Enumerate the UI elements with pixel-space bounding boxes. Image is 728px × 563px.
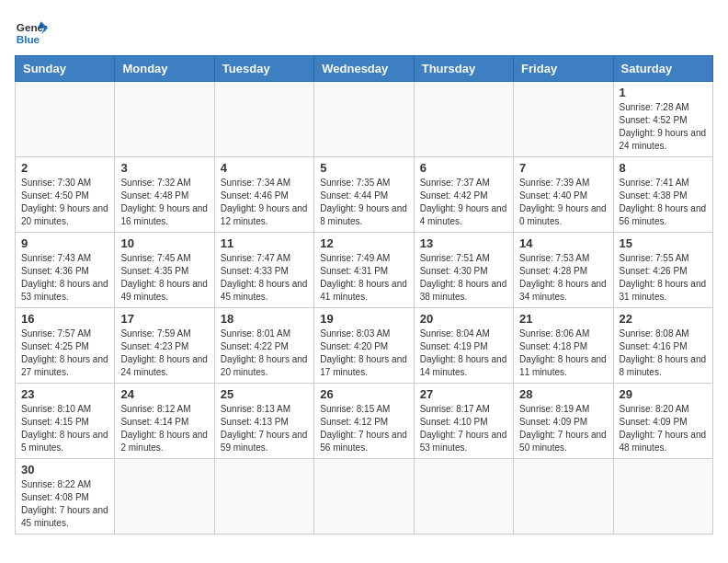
day-info: Sunrise: 8:15 AM Sunset: 4:12 PM Dayligh… (320, 403, 407, 454)
calendar-cell: 21Sunrise: 8:06 AM Sunset: 4:18 PM Dayli… (514, 308, 613, 384)
calendar-cell: 14Sunrise: 7:53 AM Sunset: 4:28 PM Dayli… (514, 233, 613, 308)
calendar-table: SundayMondayTuesdayWednesdayThursdayFrid… (15, 55, 713, 534)
day-number: 15 (620, 236, 707, 250)
day-info: Sunrise: 8:13 AM Sunset: 4:13 PM Dayligh… (221, 403, 308, 454)
calendar-cell: 25Sunrise: 8:13 AM Sunset: 4:13 PM Dayli… (214, 384, 313, 459)
day-number: 13 (420, 236, 507, 250)
day-number: 12 (320, 236, 407, 250)
day-number: 26 (320, 387, 407, 401)
day-info: Sunrise: 7:47 AM Sunset: 4:33 PM Dayligh… (221, 252, 308, 304)
calendar-cell (214, 459, 313, 534)
day-info: Sunrise: 8:04 AM Sunset: 4:19 PM Dayligh… (420, 327, 507, 379)
day-number: 9 (21, 236, 108, 250)
calendar-cell: 22Sunrise: 8:08 AM Sunset: 4:16 PM Dayli… (613, 308, 712, 384)
week-row-0: 1Sunrise: 7:28 AM Sunset: 4:52 PM Daylig… (16, 82, 713, 157)
day-info: Sunrise: 7:35 AM Sunset: 4:44 PM Dayligh… (320, 177, 407, 228)
day-number: 3 (120, 161, 208, 175)
calendar-cell: 2Sunrise: 7:30 AM Sunset: 4:50 PM Daylig… (16, 157, 115, 233)
calendar-cell: 7Sunrise: 7:39 AM Sunset: 4:40 PM Daylig… (514, 157, 613, 233)
calendar-cell: 28Sunrise: 8:19 AM Sunset: 4:09 PM Dayli… (514, 384, 613, 459)
calendar-cell (314, 459, 414, 534)
calendar-cell: 10Sunrise: 7:45 AM Sunset: 4:35 PM Dayli… (115, 233, 214, 308)
day-info: Sunrise: 8:08 AM Sunset: 4:16 PM Dayligh… (620, 327, 707, 379)
calendar-cell: 11Sunrise: 7:47 AM Sunset: 4:33 PM Dayli… (214, 233, 313, 308)
day-info: Sunrise: 7:49 AM Sunset: 4:31 PM Dayligh… (320, 252, 407, 304)
day-number: 6 (420, 161, 507, 175)
weekday-header-thursday: Thursday (414, 56, 513, 82)
day-number: 23 (21, 387, 108, 401)
week-row-1: 2Sunrise: 7:30 AM Sunset: 4:50 PM Daylig… (16, 157, 713, 233)
calendar-cell: 18Sunrise: 8:01 AM Sunset: 4:22 PM Dayli… (214, 308, 313, 384)
calendar-cell: 27Sunrise: 8:17 AM Sunset: 4:10 PM Dayli… (414, 384, 513, 459)
day-info: Sunrise: 7:32 AM Sunset: 4:48 PM Dayligh… (120, 177, 208, 228)
calendar-cell: 8Sunrise: 7:41 AM Sunset: 4:38 PM Daylig… (613, 157, 712, 233)
day-number: 17 (120, 312, 208, 326)
weekday-header-saturday: Saturday (613, 56, 712, 82)
day-info: Sunrise: 7:43 AM Sunset: 4:36 PM Dayligh… (21, 252, 108, 304)
day-number: 20 (420, 312, 507, 326)
calendar-cell (16, 82, 115, 157)
day-number: 11 (221, 236, 308, 250)
day-info: Sunrise: 7:53 AM Sunset: 4:28 PM Dayligh… (519, 252, 607, 304)
day-info: Sunrise: 8:17 AM Sunset: 4:10 PM Dayligh… (420, 403, 507, 454)
weekday-header-monday: Monday (115, 56, 214, 82)
day-number: 18 (221, 312, 308, 326)
day-number: 2 (21, 161, 108, 175)
day-info: Sunrise: 7:51 AM Sunset: 4:30 PM Dayligh… (420, 252, 507, 304)
calendar-cell: 6Sunrise: 7:37 AM Sunset: 4:42 PM Daylig… (414, 157, 513, 233)
week-row-3: 16Sunrise: 7:57 AM Sunset: 4:25 PM Dayli… (16, 308, 713, 384)
calendar-cell: 5Sunrise: 7:35 AM Sunset: 4:44 PM Daylig… (314, 157, 414, 233)
day-number: 10 (120, 236, 208, 250)
day-number: 14 (519, 236, 607, 250)
calendar-cell: 9Sunrise: 7:43 AM Sunset: 4:36 PM Daylig… (16, 233, 115, 308)
calendar-cell: 24Sunrise: 8:12 AM Sunset: 4:14 PM Dayli… (115, 384, 214, 459)
day-info: Sunrise: 7:30 AM Sunset: 4:50 PM Dayligh… (21, 177, 108, 228)
logo: General Blue (15, 15, 48, 48)
weekday-header-sunday: Sunday (16, 56, 115, 82)
day-info: Sunrise: 7:59 AM Sunset: 4:23 PM Dayligh… (120, 327, 208, 379)
day-number: 28 (519, 387, 607, 401)
day-info: Sunrise: 8:19 AM Sunset: 4:09 PM Dayligh… (519, 403, 607, 454)
calendar-cell: 1Sunrise: 7:28 AM Sunset: 4:52 PM Daylig… (613, 82, 712, 157)
calendar-cell: 19Sunrise: 8:03 AM Sunset: 4:20 PM Dayli… (314, 308, 414, 384)
day-number: 21 (519, 312, 607, 326)
calendar-cell (115, 459, 214, 534)
weekday-header-friday: Friday (514, 56, 613, 82)
calendar-cell (214, 82, 313, 157)
day-number: 1 (620, 86, 707, 99)
week-row-5: 30Sunrise: 8:22 AM Sunset: 4:08 PM Dayli… (16, 459, 713, 534)
calendar-cell (514, 82, 613, 157)
calendar-cell: 23Sunrise: 8:10 AM Sunset: 4:15 PM Dayli… (16, 384, 115, 459)
calendar-cell (414, 82, 513, 157)
svg-text:Blue: Blue (17, 33, 40, 45)
day-number: 5 (320, 161, 407, 175)
calendar-cell: 29Sunrise: 8:20 AM Sunset: 4:09 PM Dayli… (613, 384, 712, 459)
calendar-cell: 15Sunrise: 7:55 AM Sunset: 4:26 PM Dayli… (613, 233, 712, 308)
logo-icon: General Blue (15, 15, 48, 48)
day-info: Sunrise: 8:10 AM Sunset: 4:15 PM Dayligh… (21, 403, 108, 454)
day-number: 27 (420, 387, 507, 401)
day-number: 22 (620, 312, 707, 326)
weekday-header-wednesday: Wednesday (314, 56, 414, 82)
day-number: 4 (221, 161, 308, 175)
calendar-cell (613, 459, 712, 534)
day-info: Sunrise: 7:34 AM Sunset: 4:46 PM Dayligh… (221, 177, 308, 228)
calendar-cell: 3Sunrise: 7:32 AM Sunset: 4:48 PM Daylig… (115, 157, 214, 233)
day-info: Sunrise: 8:06 AM Sunset: 4:18 PM Dayligh… (519, 327, 607, 379)
day-info: Sunrise: 7:45 AM Sunset: 4:35 PM Dayligh… (120, 252, 208, 304)
day-number: 16 (21, 312, 108, 326)
day-info: Sunrise: 7:55 AM Sunset: 4:26 PM Dayligh… (620, 252, 707, 304)
day-info: Sunrise: 7:37 AM Sunset: 4:42 PM Dayligh… (420, 177, 507, 228)
weekday-header-tuesday: Tuesday (214, 56, 313, 82)
calendar-cell: 26Sunrise: 8:15 AM Sunset: 4:12 PM Dayli… (314, 384, 414, 459)
calendar-cell: 12Sunrise: 7:49 AM Sunset: 4:31 PM Dayli… (314, 233, 414, 308)
day-number: 25 (221, 387, 308, 401)
day-info: Sunrise: 8:01 AM Sunset: 4:22 PM Dayligh… (221, 327, 308, 379)
day-info: Sunrise: 8:03 AM Sunset: 4:20 PM Dayligh… (320, 327, 407, 379)
week-row-4: 23Sunrise: 8:10 AM Sunset: 4:15 PM Dayli… (16, 384, 713, 459)
calendar-cell (115, 82, 214, 157)
day-info: Sunrise: 7:57 AM Sunset: 4:25 PM Dayligh… (21, 327, 108, 379)
day-number: 19 (320, 312, 407, 326)
calendar-cell: 13Sunrise: 7:51 AM Sunset: 4:30 PM Dayli… (414, 233, 513, 308)
calendar-cell: 20Sunrise: 8:04 AM Sunset: 4:19 PM Dayli… (414, 308, 513, 384)
